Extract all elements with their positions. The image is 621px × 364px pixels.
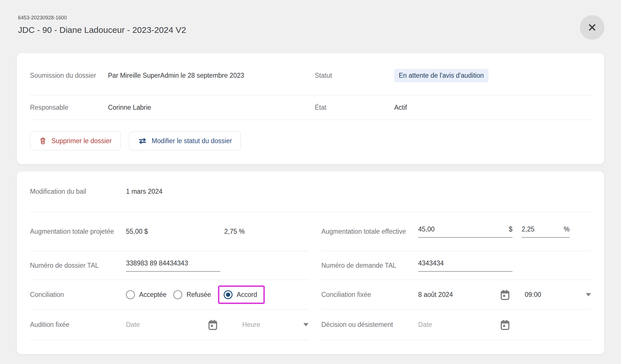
decision-date-placeholder: Date	[418, 321, 432, 329]
summary-card: Soumission du dossier Par Mireille Super…	[17, 53, 604, 164]
delete-case-button[interactable]: Supprimer le dossier	[30, 131, 121, 150]
conciliation-label: Conciliation	[30, 291, 126, 299]
calendar-icon[interactable]	[208, 319, 218, 330]
submission-row: Soumission du dossier Par Mireille Super…	[30, 53, 591, 95]
conciliation-scheduled-label: Conciliation fixée	[321, 291, 418, 299]
actions-row: Supprimer le dossier Modifier le statut …	[30, 120, 591, 150]
submission-label: Soumission du dossier	[30, 72, 108, 79]
dollar-suffix: $	[509, 225, 512, 233]
projected-increase-amount: 55,00 $	[126, 228, 224, 235]
state-label: État	[315, 104, 394, 111]
responsible-label: Responsable	[30, 104, 108, 111]
status-label: Statut	[315, 72, 394, 79]
hearing-cell: Audition fixée Date Heu	[30, 309, 309, 340]
projected-increase-cell: Augmentation totale projetée 55,00 $ 2,7…	[30, 212, 309, 251]
calendar-icon[interactable]	[500, 289, 510, 300]
tal-request-input[interactable]: 4343434	[418, 259, 512, 272]
conciliation-date-field[interactable]: 8 août 2024	[418, 289, 510, 300]
page-header: 6453-20230928-1600 JDC - 90 - Diane Lado…	[0, 0, 621, 52]
status-badge: En attente de l'avis d'audition	[394, 69, 488, 82]
responsible-value: Corinne Labrie	[108, 104, 315, 111]
radio-icon-accord[interactable]	[224, 290, 233, 299]
calendar-icon[interactable]	[500, 319, 510, 330]
lease-modification-row: Modification du bail 1 mars 2024	[30, 171, 591, 212]
lease-modification-label: Modification du bail	[30, 188, 126, 195]
tal-file-label: Numéro de dossier TAL	[30, 262, 126, 269]
effective-percent-value: 2,25	[522, 225, 534, 233]
close-button[interactable]	[580, 15, 604, 40]
effective-amount-input[interactable]: 45,00 $	[418, 225, 512, 238]
change-status-button[interactable]: Modifier le statut du dossier	[129, 131, 241, 150]
delete-case-label: Supprimer le dossier	[51, 137, 112, 145]
hearing-date-placeholder: Date	[126, 321, 140, 329]
projected-increase-percent: 2,75 %	[224, 228, 309, 235]
conciliation-time-value: 09:00	[525, 291, 541, 299]
hearing-time-placeholder: Heure	[242, 321, 260, 329]
tal-numbers-row: Numéro de dossier TAL 338983 89 84434343…	[30, 251, 591, 280]
conciliation-scheduled-cell: Conciliation fixée 8 août 2024	[321, 280, 591, 309]
accord-highlight-annotation: Accord	[218, 285, 265, 304]
radio-option-acceptee[interactable]: Acceptée	[126, 290, 167, 299]
radio-label-acceptee: Acceptée	[139, 291, 167, 299]
case-number: 6453-20230928-1600	[18, 15, 603, 21]
state-value: Actif	[394, 104, 591, 111]
hearing-decision-row: Audition fixée Date Heu	[30, 309, 591, 340]
decision-label: Décision ou désistement	[321, 321, 418, 329]
lease-modification-value: 1 mars 2024	[126, 188, 591, 195]
radio-label-accord: Accord	[237, 291, 257, 299]
change-status-label: Modifier le statut du dossier	[152, 137, 232, 145]
conciliation-radio-group: Acceptée Refusée Accord	[126, 285, 309, 304]
submission-value: Par Mireille SuperAdmin le 28 septembre …	[108, 72, 315, 79]
decision-date-field[interactable]: Date	[418, 319, 510, 330]
details-card: Modification du bail 1 mars 2024 Augment…	[17, 171, 604, 354]
decision-cell: Décision ou désistement Date	[321, 309, 591, 340]
radio-icon-acceptee[interactable]	[126, 290, 135, 299]
chevron-down-icon	[303, 323, 309, 326]
conciliation-time-select[interactable]: 09:00	[525, 291, 591, 299]
tal-request-label: Numéro de demande TAL	[321, 262, 418, 269]
tal-file-input[interactable]: 338983 89 84434343	[126, 259, 220, 272]
conciliation-date-value: 8 août 2024	[418, 291, 453, 299]
effective-increase-cell: Augmentation totale effective 45,00 $ 2,…	[321, 212, 591, 251]
radio-label-refusee: Refusée	[187, 291, 211, 299]
radio-option-refusee[interactable]: Refusée	[173, 290, 211, 299]
hearing-time-select[interactable]: Heure	[242, 321, 309, 329]
effective-increase-label: Augmentation totale effective	[321, 228, 418, 235]
swap-arrows-icon	[138, 137, 147, 145]
tal-request-cell: Numéro de demande TAL 4343434	[321, 251, 591, 280]
effective-amount-value: 45,00	[418, 225, 435, 233]
tal-file-cell: Numéro de dossier TAL 338983 89 84434343	[30, 251, 309, 280]
conciliation-row: Conciliation Acceptée Refusée Accord Con…	[30, 280, 591, 309]
percent-suffix: %	[564, 225, 570, 233]
hearing-date-field[interactable]: Date	[126, 319, 218, 330]
radio-icon-refusee[interactable]	[173, 290, 182, 299]
responsible-row: Responsable Corinne Labrie État Actif	[30, 95, 591, 120]
trash-icon	[39, 137, 47, 145]
conciliation-cell: Conciliation Acceptée Refusée Accord	[30, 280, 309, 309]
hearing-label: Audition fixée	[30, 321, 126, 329]
close-icon	[587, 22, 597, 33]
effective-percent-input[interactable]: 2,25 %	[522, 225, 570, 238]
chevron-down-icon	[586, 293, 591, 296]
page-title: JDC - 90 - Diane Ladouceur - 2023-2024 V…	[18, 25, 603, 35]
projected-increase-label: Augmentation totale projetée	[30, 228, 126, 235]
increase-row: Augmentation totale projetée 55,00 $ 2,7…	[30, 212, 591, 251]
